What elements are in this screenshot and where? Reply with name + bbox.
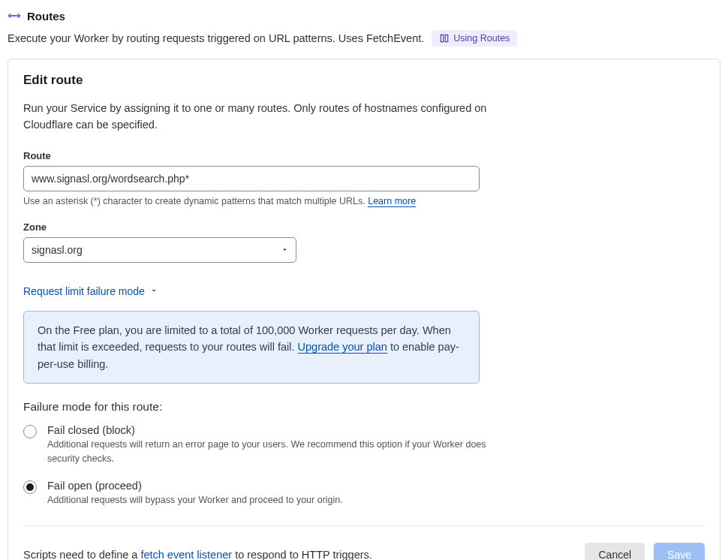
cancel-button[interactable]: Cancel	[585, 543, 645, 560]
subtitle-row: Execute your Worker by routing requests …	[8, 30, 720, 47]
zone-field-group: Zone signasl.org	[23, 221, 705, 263]
save-button[interactable]: Save	[654, 543, 705, 560]
divider	[23, 525, 705, 526]
zone-label: Zone	[23, 221, 705, 233]
fetch-listener-link[interactable]: fetch event listener	[140, 549, 232, 560]
radio-title: Fail open (proceed)	[47, 480, 705, 492]
edit-route-card: Edit route Run your Service by assigning…	[8, 59, 720, 560]
caret-down-icon	[149, 285, 158, 297]
failure-mode-heading: Failure mode for this route:	[23, 400, 705, 414]
radio-fail-open[interactable]	[23, 480, 37, 494]
page-subtitle: Execute your Worker by routing requests …	[8, 32, 424, 44]
book-icon	[439, 33, 450, 44]
radio-fail-closed[interactable]	[23, 425, 37, 438]
radio-desc: Additional requests will bypass your Wor…	[47, 493, 490, 507]
plan-limit-banner: On the Free plan, you are limited to a t…	[23, 311, 480, 384]
upgrade-plan-link[interactable]: Upgrade your plan	[298, 341, 387, 354]
footer-note: Scripts need to define a fetch event lis…	[23, 549, 372, 560]
failure-option-open[interactable]: Fail open (proceed) Additional requests …	[23, 480, 705, 507]
page-title: Routes	[27, 10, 65, 23]
route-help-text: Use an asterisk (*) character to create …	[23, 196, 705, 206]
edit-route-title: Edit route	[23, 73, 705, 88]
request-limit-toggle[interactable]: Request limit failure mode	[23, 285, 158, 297]
failure-option-closed[interactable]: Fail closed (block) Additional requests …	[23, 424, 705, 466]
page-header: Routes	[8, 9, 720, 23]
zone-select[interactable]: signasl.org	[23, 237, 296, 263]
route-label: Route	[23, 150, 705, 161]
action-buttons: Cancel Save	[585, 543, 705, 560]
card-footer: Scripts need to define a fetch event lis…	[23, 543, 705, 560]
route-input[interactable]	[23, 166, 480, 191]
routes-icon	[8, 9, 21, 23]
edit-route-desc: Run your Service by assigning it to one …	[23, 100, 489, 134]
request-limit-label: Request limit failure mode	[23, 285, 145, 297]
docs-link-label: Using Routes	[453, 33, 510, 44]
radio-title: Fail closed (block)	[47, 424, 705, 436]
route-field-group: Route Use an asterisk (*) character to c…	[23, 150, 705, 206]
radio-desc: Additional requests will return an error…	[47, 438, 490, 466]
docs-link-badge[interactable]: Using Routes	[432, 30, 517, 47]
failure-mode-radio-group: Fail closed (block) Additional requests …	[23, 424, 705, 507]
learn-more-link[interactable]: Learn more	[368, 196, 416, 207]
